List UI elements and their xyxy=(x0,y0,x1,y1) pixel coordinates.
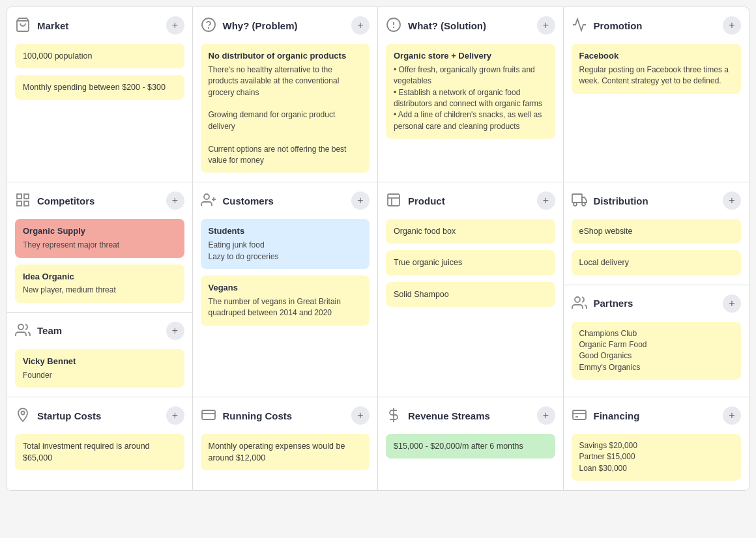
column-header-running: Running Costs + xyxy=(201,406,370,425)
solution-add-button[interactable]: + xyxy=(537,16,555,35)
local-delivery-text: Local delivery xyxy=(579,258,629,267)
card-food-box: Organic food box xyxy=(386,219,555,244)
svg-rect-14 xyxy=(388,194,400,206)
competitors-add-button[interactable]: + xyxy=(166,191,184,210)
card-market-spending: Monthly spending between $200 - $300 xyxy=(15,75,184,100)
card-local-delivery: Local delivery xyxy=(572,250,742,275)
card-problem-main: No distributor of organic products There… xyxy=(201,44,370,173)
column-product: Product + Organic food box True organic … xyxy=(378,182,564,397)
card-partners-list: Champions Club Organic Farm Food Good Or… xyxy=(572,322,742,380)
section-partners: Partners + Champions Club Organic Farm F… xyxy=(564,285,749,389)
partners-add-button[interactable]: + xyxy=(723,294,741,313)
revenue-text: $15,000 - $20,000/m after 6 months xyxy=(394,442,523,451)
financing-icon xyxy=(572,407,589,424)
column-financing: Financing + Savings $20,000 Partner $15,… xyxy=(564,397,749,490)
svg-point-10 xyxy=(18,324,23,330)
column-header-why: Why? (Problem) + xyxy=(201,16,370,35)
product-icon xyxy=(386,192,403,209)
card-juices: True organic juices xyxy=(386,250,555,275)
idea-organic-title: Idea Organic xyxy=(23,271,177,283)
distribution-icon xyxy=(572,192,589,209)
financing-add-button[interactable]: + xyxy=(723,406,741,425)
problem-card-body: There's no healthy alternative to the pr… xyxy=(209,64,362,167)
vicky-role: Founder xyxy=(23,370,177,381)
startup-add-button[interactable]: + xyxy=(166,406,184,425)
customers-title: Customers xyxy=(223,195,274,206)
problem-card-title: No distributor of organic products xyxy=(209,50,362,63)
svg-rect-6 xyxy=(17,194,22,199)
card-financing: Savings $20,000 Partner $15,000 Loan $30… xyxy=(572,434,742,481)
column-header-competitors: Competitors + xyxy=(15,191,184,210)
students-text: Eating junk foodLazy to do groceries xyxy=(209,240,362,262)
running-icon xyxy=(201,407,218,424)
section-distribution: Distribution + eShop website Local deliv… xyxy=(564,182,749,285)
revenue-icon xyxy=(386,407,403,424)
solution-card-body: • Offer fresh, organically grown fruits … xyxy=(394,64,547,132)
competitors-title: Competitors xyxy=(37,195,94,206)
product-title: Product xyxy=(408,195,445,206)
column-header-startup: Startup Costs + xyxy=(15,406,184,425)
facebook-card-title: Facebook xyxy=(579,50,734,63)
column-header-revenue: Revenue Streams + xyxy=(386,406,555,425)
solution-icon xyxy=(386,17,403,34)
revenue-add-button[interactable]: + xyxy=(537,406,555,425)
customers-icon xyxy=(201,192,218,209)
column-header-distribution: Distribution + xyxy=(572,191,742,210)
column-header-solution: What? (Solution) + xyxy=(386,16,555,35)
column-promotion: Promotion + Facebook Regular posting on … xyxy=(564,7,749,182)
column-header-product: Product + xyxy=(386,191,555,210)
product-add-button[interactable]: + xyxy=(537,191,555,210)
startup-cost-text: Total investment required is around $65,… xyxy=(23,442,150,462)
organic-supply-text: They represent major threat xyxy=(23,240,177,251)
why-icon xyxy=(201,17,218,34)
financing-title: Financing xyxy=(594,410,640,421)
market-icon xyxy=(15,17,32,34)
column-header-partners: Partners + xyxy=(572,294,742,313)
svg-point-19 xyxy=(582,203,585,206)
svg-point-11 xyxy=(204,194,209,199)
facebook-card-body: Regular posting on Facebook three times … xyxy=(579,64,734,87)
promotion-icon xyxy=(572,17,589,34)
column-revenue: Revenue Streams + $15,000 - $20,000/m af… xyxy=(378,397,564,490)
svg-point-21 xyxy=(22,412,25,415)
solution-title: What? (Solution) xyxy=(408,20,486,31)
column-distribution-partners: Distribution + eShop website Local deliv… xyxy=(564,182,749,397)
column-competitors-team: Competitors + Organic Supply They repres… xyxy=(7,182,193,397)
running-cost-text: Monthly operating expenses would be arou… xyxy=(209,442,345,462)
business-canvas-board: Market + 100,000 population Monthly spen… xyxy=(7,7,749,491)
partners-list-text: Champions Club Organic Farm Food Good Or… xyxy=(579,328,734,374)
column-customers: Customers + Students Eating junk foodLaz… xyxy=(193,182,379,397)
juices-text: True organic juices xyxy=(394,258,462,267)
eshop-text: eShop website xyxy=(579,227,633,236)
why-add-button[interactable]: + xyxy=(351,16,370,35)
running-add-button[interactable]: + xyxy=(351,406,370,425)
svg-rect-9 xyxy=(17,201,22,206)
solution-card-title: Organic store + Delivery xyxy=(394,50,547,63)
card-market-population: 100,000 population xyxy=(15,44,184,68)
promotion-add-button[interactable]: + xyxy=(723,16,741,35)
column-header-customers: Customers + xyxy=(201,191,370,210)
svg-point-18 xyxy=(574,203,577,206)
svg-rect-25 xyxy=(573,410,586,419)
section-competitors: Competitors + Organic Supply They repres… xyxy=(7,182,192,312)
section-team: Team + Vicky Bennet Founder xyxy=(7,313,192,397)
vegans-title: Vegans xyxy=(209,282,362,294)
customers-add-button[interactable]: + xyxy=(351,191,370,210)
promotion-title: Promotion xyxy=(594,20,643,31)
team-add-button[interactable]: + xyxy=(166,322,184,340)
startup-title: Startup Costs xyxy=(37,410,101,421)
partners-icon xyxy=(572,295,589,312)
vegans-text: The number of vegans in Great Britain qu… xyxy=(209,296,362,319)
card-revenue: $15,000 - $20,000/m after 6 months xyxy=(386,434,555,459)
column-running-costs: Running Costs + Monthly operating expens… xyxy=(193,397,379,490)
market-add-button[interactable]: + xyxy=(166,16,184,35)
svg-rect-17 xyxy=(572,194,582,203)
column-header-promotion: Promotion + xyxy=(572,16,742,35)
market-title: Market xyxy=(37,20,68,31)
svg-rect-7 xyxy=(24,194,29,199)
distribution-add-button[interactable]: + xyxy=(723,191,741,210)
card-idea-organic: Idea Organic New player, medium threat xyxy=(15,264,184,303)
distribution-title: Distribution xyxy=(594,195,648,206)
svg-point-1 xyxy=(202,18,215,31)
card-students: Students Eating junk foodLazy to do groc… xyxy=(201,219,370,269)
